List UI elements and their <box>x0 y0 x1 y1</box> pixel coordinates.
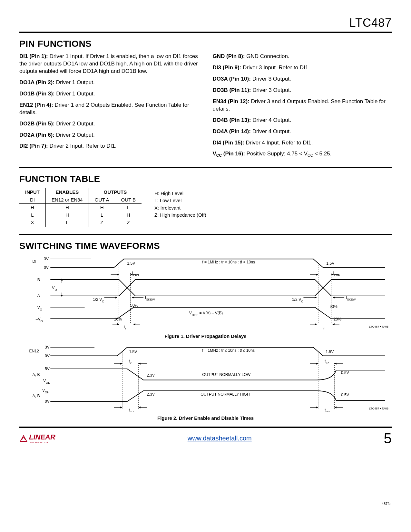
logo-text: LINEAR <box>29 433 55 441</box>
lbl-tlz: tLZ <box>325 359 329 365</box>
pin-item: EN34 (Pin 12): Driver 3 and 4 Outputs En… <box>213 98 392 113</box>
legend-item: H: High Level <box>154 190 206 197</box>
lbl-3v: 3V <box>44 257 49 261</box>
th-enables: ENABLES <box>46 188 89 196</box>
cell: L <box>89 211 115 219</box>
th-outputs: OUTPUTS <box>89 188 142 196</box>
section-switching: SWITCHING TIME WAVEFORMS <box>19 241 392 251</box>
pin-desc: Driver 3 Output. <box>252 76 291 82</box>
pin-name: DI1 (Pin 1): <box>19 53 48 59</box>
footer-rule <box>19 427 392 428</box>
pin-item: GND (Pin 8): GND Connection. <box>213 53 392 60</box>
lbl-90: 90% <box>329 304 338 309</box>
fig2-note: LTC487 • TA06 <box>369 407 388 410</box>
pin-desc: Driver 2 Output. <box>56 121 95 127</box>
pin-item: DO1A (Pin 2): Driver 1 Output. <box>19 79 199 86</box>
pin-desc: Driver 3 Input. Refer to DI1. <box>243 64 310 71</box>
cell: H <box>115 211 142 219</box>
lbl-tphl: tPHL <box>333 271 340 276</box>
lbl-1p5-d: 1.5V <box>326 350 334 354</box>
logo-icon <box>19 434 28 443</box>
th-di: DI <box>19 196 46 203</box>
footer-url[interactable]: www.datasheetall.com <box>188 435 252 442</box>
lbl-0p5-b: 0.5V <box>341 393 349 397</box>
part-number: LTC487 <box>19 16 392 30</box>
lbl-cond2: f = 1MHz : tr ≤ 10ns : tf ≤ 10ns <box>202 348 255 353</box>
pin-item: DI4 (Pin 15): Driver 4 Input. Refer to D… <box>213 139 392 147</box>
figure-2-wrap: EN12 3V 0V 1.5V 1.5V f = 1MHz : tr ≤ 10n… <box>19 343 392 412</box>
lbl-tzl: tZL <box>129 359 133 365</box>
pin-item: EN12 (Pin 4): Driver 1 and 2 Outputs Ena… <box>19 102 199 116</box>
lbl-tf: tf <box>322 325 324 330</box>
lbl-b: B <box>37 278 40 282</box>
lbl-2p3-b: 2.3V <box>147 392 155 397</box>
pin-col-right: GND (Pin 8): GND Connection. DI3 (Pin 9)… <box>213 53 392 162</box>
pin-name: DO3A (Pin 10): <box>213 76 251 82</box>
section-function-table: FUNCTION TABLE <box>19 174 392 184</box>
rev-code: 487fc <box>382 502 390 506</box>
pin-item: DO4A (Pin 14): Driver 4 Output. <box>213 128 392 135</box>
lbl-half-b: 1/2 VO <box>292 297 303 303</box>
cell: L <box>46 219 89 227</box>
pin-desc: Driver 1 Output. <box>56 91 95 97</box>
pin-functions-columns: DI1 (Pin 1): Driver 1 Input. If Driver 1… <box>19 53 392 162</box>
pin-desc: Driver 4 Output. <box>252 117 291 123</box>
lbl-2p3-a: 2.3V <box>147 373 155 378</box>
pin-item: DO4B (Pin 13): Driver 4 Output. <box>213 117 392 124</box>
cell: X <box>19 219 46 227</box>
fig2-caption: Figure 2. Driver Enable and Disable Time… <box>19 415 392 421</box>
table-row: X L Z Z <box>19 219 142 227</box>
pin-desc: GND Connection. <box>246 53 289 59</box>
pin-desc: Driver 2 Output. <box>56 132 95 138</box>
section-pin-functions: PIN FUNCTIONS <box>19 39 392 49</box>
pin-desc: Driver 2 Input. Refer to DI1. <box>50 143 117 149</box>
fig1-note: LTC487 • TA05 <box>369 325 388 328</box>
cell: L <box>115 203 142 211</box>
lbl-half-a: 1/2 VO <box>93 297 104 303</box>
lbl-tplh: tPLH <box>132 271 139 276</box>
lbl-thz: tHZ <box>325 408 330 412</box>
pin-item: VCC (Pin 16): Positive Supply; 4.75 < VC… <box>213 150 392 158</box>
table-row: L H L H <box>19 211 142 219</box>
lbl-vol: VOL <box>43 378 50 384</box>
pin-desc: Driver 4 Input. Refer to DI1. <box>246 140 313 146</box>
th-outa: OUT A <box>89 196 115 203</box>
rule-mid <box>19 167 392 168</box>
lbl-5v: 5V <box>45 367 50 371</box>
pin-item: DO2A (Pin 6): Driver 2 Output. <box>19 132 199 139</box>
logo-subtext: TECHNOLOGY <box>30 441 55 444</box>
pin-item: DO3B (Pin 11): Driver 3 Output. <box>213 87 392 94</box>
lbl-80: 80% <box>130 303 138 308</box>
lbl-tr: tr <box>124 325 126 330</box>
pin-col-left: DI1 (Pin 1): Driver 1 Input. If Driver 1… <box>19 53 199 162</box>
pin-name: VCC (Pin 16): <box>213 151 245 157</box>
cell: H <box>89 203 115 211</box>
th-input: INPUT <box>19 188 46 196</box>
pin-name: DO4A (Pin 14): <box>213 128 251 134</box>
lbl-0v2: 0V <box>45 353 50 358</box>
pin-name: DO4B (Pin 13): <box>213 117 251 123</box>
lbl-10: 10% <box>114 317 122 321</box>
footer: LINEAR TECHNOLOGY www.datasheetall.com 5 <box>19 430 392 447</box>
cell: Z <box>115 219 142 227</box>
pin-item: DI3 (Pin 9): Driver 3 Input. Refer to DI… <box>213 64 392 72</box>
figure-1-svg: DI 3V 0V 1.5V 1.5V f = 1MHz : tr < 10ns … <box>19 255 392 330</box>
lbl-a: A <box>37 293 40 298</box>
lbl-low: OUTPUT NORMALLY LOW <box>202 372 250 377</box>
pin-name: DO2A (Pin 6): <box>19 132 54 138</box>
function-table: INPUT ENABLES OUTPUTS DI EN12 or EN34 OU… <box>19 188 142 227</box>
lbl-1p5-b: 1.5V <box>326 261 335 266</box>
legend-item: X: Irrelevant <box>154 204 206 212</box>
lbl-di: DI <box>33 259 36 264</box>
pin-item: DI1 (Pin 1): Driver 1 Input. If Driver 1… <box>19 53 199 75</box>
cell: H <box>19 203 46 211</box>
pin-name: EN12 (Pin 4): <box>19 102 53 108</box>
function-table-wrap: INPUT ENABLES OUTPUTS DI EN12 or EN34 OU… <box>19 188 392 227</box>
pin-name: DI2 (Pin 7): <box>19 143 48 149</box>
pin-name: DO1A (Pin 2): <box>19 79 54 85</box>
pin-name: DI3 (Pin 9): <box>213 64 241 71</box>
lbl-high: OUTPUT NORMALLY HIGH <box>201 392 250 397</box>
lbl-3v2: 3V <box>45 345 50 350</box>
lbl-0p5-a: 0.5V <box>341 370 349 375</box>
rule-top <box>19 32 392 33</box>
